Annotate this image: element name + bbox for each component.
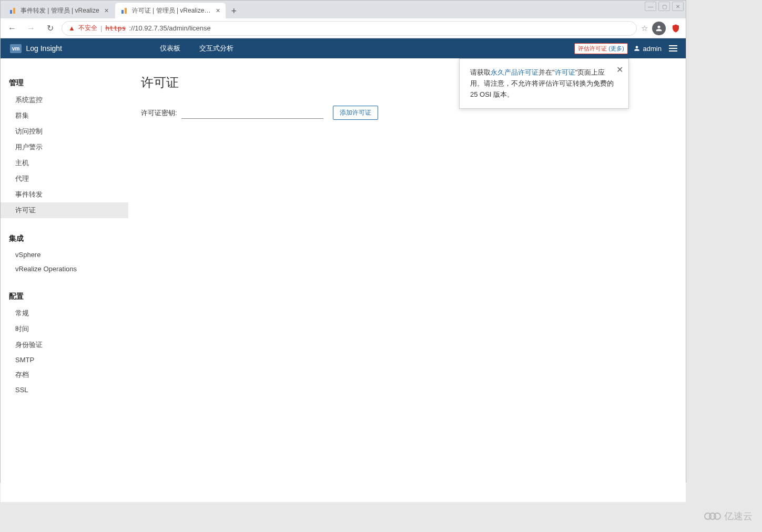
url-separator: | [100,24,102,32]
sidebar-item[interactable]: 系统监控 [1,92,128,108]
tab-close-icon[interactable]: × [105,6,109,15]
person-icon [633,45,641,52]
tooltip-link-license[interactable]: 许可证 [555,68,575,76]
license-key-input[interactable] [181,107,323,119]
sidebar-item[interactable]: 常规 [1,305,128,321]
tab-favicon-icon [120,6,129,15]
watermark: 亿速云 [704,510,753,523]
sidebar-item[interactable]: SMTP [1,353,128,367]
license-badge[interactable]: 评估许可证 (更多) [574,43,627,54]
sidebar-item[interactable]: 主机 [1,155,128,171]
tab-title: 事件转发 | 管理员 | vRealize [21,6,99,15]
watermark-icon [704,513,721,520]
shield-icon [671,24,680,33]
nav-bar: ← → ↻ ▲ 不安全 | https://10.92.7.35/admin/l… [1,18,686,38]
sidebar-item[interactable]: 许可证 [1,202,128,218]
url-text: ://10.92.7.35/admin/license [129,24,210,32]
sidebar-item[interactable]: 事件转发 [1,187,128,202]
product-logo[interactable]: vm Log Insight [1,44,72,53]
person-icon [655,24,663,33]
sidebar-section-title: 配置 [1,288,128,305]
user-name: admin [643,45,662,53]
sidebar-item[interactable]: 用户警示 [1,139,128,155]
sidebar-section-title: 集成 [1,230,128,248]
license-key-label: 许可证密钥: [141,108,177,118]
nav-forward-button[interactable]: → [24,21,38,36]
browser-tab-1[interactable]: 许可证 | 管理员 | vRealize Lo × [115,3,226,18]
browser-tab-0[interactable]: 事件转发 | 管理员 | vRealize × [4,3,114,18]
top-nav-dashboard[interactable]: 仪表板 [150,38,190,58]
tab-close-icon[interactable]: × [216,6,220,15]
user-menu[interactable]: admin [633,45,662,53]
app-header: vm Log Insight 仪表板 交互式分析 评估许可证 (更多) admi… [1,38,686,58]
nav-back-button[interactable]: ← [5,21,19,36]
nav-reload-button[interactable]: ↻ [43,21,57,36]
sidebar-item[interactable]: 访问控制 [1,124,128,139]
sidebar-item[interactable]: 时间 [1,321,128,337]
tab-favicon-icon [9,6,17,15]
sidebar-item[interactable]: SSL [1,383,128,397]
bookmark-star-icon[interactable]: ☆ [641,24,648,33]
watermark-text: 亿速云 [724,510,753,523]
insecure-warning-icon: ▲ [68,24,75,32]
top-nav-interactive[interactable]: 交互式分析 [190,38,243,58]
add-license-button[interactable]: 添加许可证 [333,106,378,120]
sidebar-item[interactable]: 群集 [1,108,128,124]
vm-badge: vm [10,44,22,53]
sidebar-item[interactable]: vRealize Operations [1,262,128,276]
window-close[interactable]: ✕ [672,2,684,11]
tooltip-link-product[interactable]: 永久产品许可证 [491,68,539,76]
top-nav: 仪表板 交互式分析 [150,38,243,58]
sidebar-item[interactable]: 存档 [1,367,128,383]
sidebar-item[interactable]: 身份验证 [1,337,128,353]
tab-title: 许可证 | 管理员 | vRealize Lo [132,6,211,15]
insecure-label: 不安全 [78,24,97,33]
product-name: Log Insight [26,44,62,53]
content-area: 许可证 许可证密钥: 添加许可证 [128,58,686,502]
tooltip-text: 请获取 [470,68,491,76]
sidebar: 管理系统监控群集访问控制用户警示主机代理事件转发许可证集成vSpherevRea… [1,58,128,502]
sidebar-item[interactable]: 代理 [1,171,128,187]
tab-strip: 事件转发 | 管理员 | vRealize × 许可证 | 管理员 | vRea… [1,1,686,18]
url-scheme: https [105,24,126,32]
tooltip-text: 并在" [539,68,555,76]
sidebar-item[interactable]: vSphere [1,248,128,262]
new-tab-button[interactable]: + [227,4,241,18]
extension-button[interactable] [670,23,682,34]
profile-button[interactable] [652,22,666,35]
hamburger-menu[interactable] [667,43,679,54]
url-bar[interactable]: ▲ 不安全 | https://10.92.7.35/admin/license [62,21,637,36]
window-maximize[interactable]: ▢ [658,2,670,11]
license-tooltip: ✕ 请获取永久产品许可证并在"许可证"页面上应用。请注意，不允许将评估许可证转换… [459,58,629,109]
window-minimize[interactable]: — [645,2,656,11]
license-badge-more: (更多) [608,45,624,52]
sidebar-section-title: 管理 [1,74,128,92]
license-badge-text: 评估许可证 [578,45,607,52]
tooltip-close-button[interactable]: ✕ [616,63,623,77]
